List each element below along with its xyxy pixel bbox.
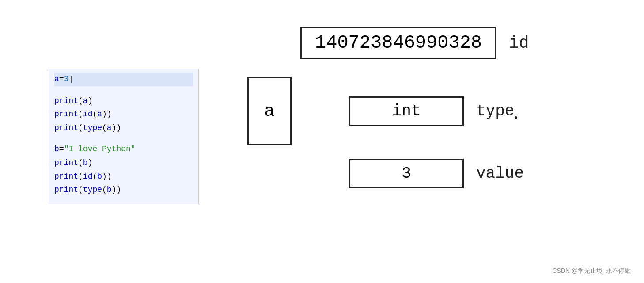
code-arg-b2: b <box>97 172 102 181</box>
code-val-3: 3 <box>64 75 69 84</box>
code-type-fn: type <box>83 123 102 132</box>
type-int-group: int type <box>349 96 517 126</box>
code-spacer-1 <box>54 86 193 94</box>
code-arg-b3: b <box>107 185 112 194</box>
type-label: type <box>476 102 517 120</box>
code-type-fn2: type <box>83 185 102 194</box>
code-panel: a=3| print(a) print(id(a)) print(type(a)… <box>49 69 199 204</box>
code-line-print-b: print(b) <box>54 156 193 170</box>
id-value: 140723846990328 <box>315 32 482 54</box>
value-box: 3 <box>349 159 464 188</box>
code-print-fn: print <box>54 96 78 105</box>
code-print-fn4: print <box>54 158 78 167</box>
diagram: 140723846990328 id a int type 3 value <box>247 27 623 188</box>
code-print-fn2: print <box>54 110 78 119</box>
code-arg-a3: a <box>107 123 112 132</box>
code-arg-a2: a <box>97 110 102 119</box>
code-line-print-id-a: print(id(a)) <box>54 107 193 121</box>
code-print-fn5: print <box>54 172 78 181</box>
code-print-fn6: print <box>54 185 78 194</box>
code-line-print-a: print(a) <box>54 94 193 108</box>
code-var-a: a <box>54 75 59 84</box>
id-row: 140723846990328 id <box>300 27 623 59</box>
value-display: 3 <box>402 164 411 183</box>
code-eq: = <box>59 75 64 84</box>
code-var-b: b <box>54 145 59 153</box>
value-label: value <box>476 164 524 183</box>
id-label: id <box>509 34 529 53</box>
code-line-print-type-b: print(type(b)) <box>54 183 193 197</box>
variable-box: a <box>247 77 292 145</box>
value-row: 3 value <box>349 159 623 188</box>
type-value: int <box>392 102 421 120</box>
code-id-fn2: id <box>83 172 93 181</box>
type-value-box: int <box>349 96 464 126</box>
code-cursor: | <box>68 75 73 84</box>
code-id-fn: id <box>83 110 93 119</box>
code-arg-b1: b <box>83 158 88 167</box>
code-arg-a1: a <box>83 96 88 105</box>
code-line-print-id-b: print(id(b)) <box>54 170 193 184</box>
code-line-b: b="I love Python" <box>54 142 193 156</box>
code-val-str: "I love Python" <box>64 145 136 153</box>
code-spacer-2 <box>54 134 193 142</box>
watermark: CSDN @学无止境_永不停歇 <box>552 267 631 275</box>
middle-row: a int type <box>247 77 623 145</box>
code-print-fn3: print <box>54 123 78 132</box>
id-value-box: 140723846990328 <box>300 27 496 59</box>
code-line-1: a=3| <box>54 73 193 86</box>
var-name: a <box>265 102 275 121</box>
code-line-print-type-a: print(type(a)) <box>54 121 193 135</box>
